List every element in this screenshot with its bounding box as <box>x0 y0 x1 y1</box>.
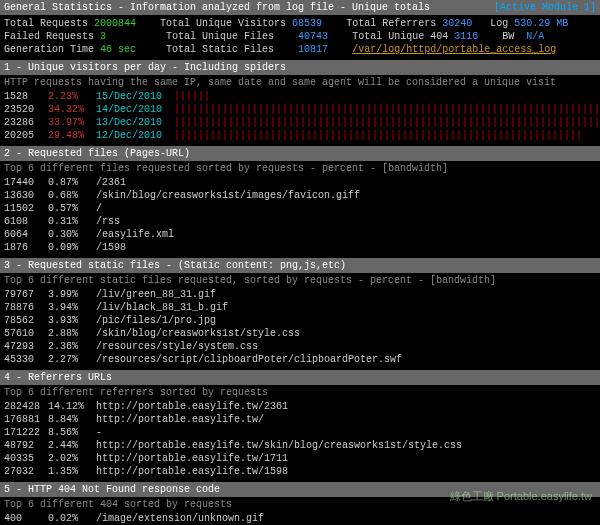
value-log: 530.29 MB <box>514 18 568 29</box>
static-row: 797673.99%/liv/green_88_31.gif <box>4 288 596 301</box>
label-unique-visitors: Total Unique Visitors <box>160 18 286 29</box>
referrer-row: 1768818.84%http://portable.easylife.tw/ <box>4 413 596 426</box>
value-static-files: 10817 <box>298 44 328 55</box>
file-row: 115020.57%/ <box>4 202 596 215</box>
bar-icon: ||||||||||||||||||||||||||||||||||||||||… <box>174 130 582 141</box>
referrer-row: 1712228.56%- <box>4 426 596 439</box>
bar-icon: ||||||||||||||||||||||||||||||||||||||||… <box>174 117 600 128</box>
referrer-row: 403352.02%http://portable.easylife.tw/17… <box>4 452 596 465</box>
visitor-row: 15282.23%15/Dec/2010 |||||| <box>4 90 596 103</box>
static-row: 785623.93%/pic/files/1/pro.jpg <box>4 314 596 327</box>
notfound-row: 4000.02%/image/extension/unknown.gif <box>4 512 596 525</box>
section-3-sub: Top 6 different static files requested, … <box>0 273 600 288</box>
referrer-row: 487922.44%http://portable.easylife.tw/sk… <box>4 439 596 452</box>
visitor-row: 2328633.97%13/Dec/2010 |||||||||||||||||… <box>4 116 596 129</box>
label-log: Log <box>490 18 508 29</box>
label-referrers: Total Referrers <box>346 18 436 29</box>
section-4-body: 28242814.12%http://portable.easylife.tw/… <box>0 400 600 480</box>
label-bw: BW <box>502 31 514 42</box>
file-row: 61080.31%/rss <box>4 215 596 228</box>
section-2-body: 174400.87%/2361 136300.68%/skin/blog/cre… <box>0 176 600 256</box>
section-3-body: 797673.99%/liv/green_88_31.gif 788763.94… <box>0 288 600 368</box>
section-1-sub: HTTP requests having the same IP, same d… <box>0 75 600 90</box>
log-file-path: /var/log/httpd/portable_access_log <box>352 44 556 55</box>
section-5-body: 4000.02%/image/extension/unknown.gif 279… <box>0 512 600 525</box>
label-unique-files: Total Unique Files <box>166 31 274 42</box>
header-title: General Statistics - Information analyze… <box>4 1 430 14</box>
file-row: 174400.87%/2361 <box>4 176 596 189</box>
section-5-header[interactable]: 5 - HTTP 404 Not Found response code <box>0 482 600 497</box>
static-row: 788763.94%/liv/black_88_31_b.gif <box>4 301 596 314</box>
bar-icon: ||||||||||||||||||||||||||||||||||||||||… <box>174 104 600 115</box>
section-1-header[interactable]: 1 - Unique visitors per day - Including … <box>0 60 600 75</box>
label-gen-time: Generation Time <box>4 44 94 55</box>
section-4-header[interactable]: 4 - Referrers URLs <box>0 370 600 385</box>
static-row: 576102.88%/skin/blog/creasworks1st/style… <box>4 327 596 340</box>
value-unique-files: 40743 <box>298 31 328 42</box>
section-3-header[interactable]: 3 - Requested static files - (Static con… <box>0 258 600 273</box>
visitor-row: 2352034.32%14/Dec/2010 |||||||||||||||||… <box>4 103 596 116</box>
static-row: 472932.36%/resources/style/system.css <box>4 340 596 353</box>
section-2-header[interactable]: 2 - Requested files (Pages-URL) <box>0 146 600 161</box>
section-5-sub: Top 6 different 404 sorted by requests <box>0 497 600 512</box>
section-4-sub: Top 6 different referrers sorted by requ… <box>0 385 600 400</box>
value-unique-404: 3116 <box>454 31 478 42</box>
file-row: 60640.30%/easylife.xml <box>4 228 596 241</box>
value-bw: N/A <box>526 31 544 42</box>
referrer-row: 270321.35%http://portable.easylife.tw/15… <box>4 465 596 478</box>
section-2-sub: Top 6 different files requested sorted b… <box>0 161 600 176</box>
active-module-indicator[interactable]: [Active Module 1] <box>494 1 596 14</box>
section-1-body: 15282.23%15/Dec/2010 |||||| 2352034.32%1… <box>0 90 600 144</box>
file-row: 18760.09%/1598 <box>4 241 596 254</box>
general-stats: Total Requests 2000844 Total Unique Visi… <box>0 17 600 58</box>
value-failed-requests: 3 <box>100 31 106 42</box>
value-unique-visitors: 68539 <box>292 18 322 29</box>
referrer-row: 28242814.12%http://portable.easylife.tw/… <box>4 400 596 413</box>
bar-icon: |||||| <box>174 91 210 102</box>
label-failed-requests: Failed Requests <box>4 31 94 42</box>
visitor-row: 2020529.48%12/Dec/2010 |||||||||||||||||… <box>4 129 596 142</box>
label-unique-404: Total Unique 404 <box>352 31 448 42</box>
file-row: 136300.68%/skin/blog/creasworks1st/image… <box>4 189 596 202</box>
label-static-files: Total Static Files <box>166 44 274 55</box>
label-total-requests: Total Requests <box>4 18 88 29</box>
static-row: 453302.27%/resources/script/clipboardPot… <box>4 353 596 366</box>
app-header: General Statistics - Information analyze… <box>0 0 600 15</box>
value-referrers: 30240 <box>442 18 472 29</box>
value-total-requests: 2000844 <box>94 18 136 29</box>
value-gen-time: 46 sec <box>100 44 136 55</box>
